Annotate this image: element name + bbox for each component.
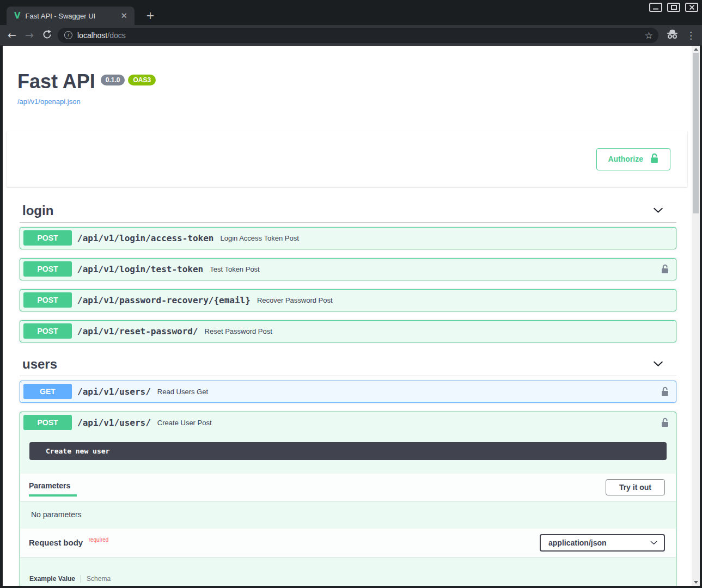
media-type-select[interactable]: application/json (540, 534, 665, 552)
request-body-header: Request body required application/json (20, 529, 676, 557)
no-parameters-text: No parameters (20, 501, 676, 529)
auth-lock-icon[interactable] (661, 417, 669, 428)
tag-title: login (22, 203, 53, 218)
tab-divider (81, 575, 81, 583)
browser-window: V Fast API - Swagger UI ✕ + ← → i localh… (0, 0, 702, 588)
media-type-value: application/json (548, 538, 607, 547)
method-badge: POST (23, 323, 72, 339)
scroll-down-arrow[interactable] (694, 581, 698, 584)
operation-summary: Reset Password Post (205, 327, 272, 335)
unlock-icon (650, 152, 659, 166)
tab-close-icon[interactable]: ✕ (118, 10, 130, 21)
operation-summary-row[interactable]: POST /api/v1/users/ Create User Post (20, 412, 676, 433)
auth-lock-icon[interactable] (661, 264, 669, 275)
page-title: Fast API (17, 71, 95, 93)
new-tab-button[interactable]: + (142, 9, 158, 22)
operations-list: login POST /api/v1/login/access-token Lo… (3, 203, 692, 586)
oas3-badge: OAS3 (128, 75, 156, 85)
back-button[interactable]: ← (5, 30, 19, 40)
forward-button[interactable]: → (23, 30, 36, 40)
operation-path: /api/v1/reset-password/ (77, 326, 198, 336)
try-it-out-button[interactable]: Try it out (606, 479, 665, 495)
operation-path: /api/v1/users/ (77, 387, 151, 397)
operation-description: Create new user (29, 442, 667, 460)
url-path: /docs (107, 31, 125, 40)
page-scrollbar[interactable] (692, 46, 700, 586)
chevron-down-icon[interactable] (653, 359, 663, 369)
chevron-down-icon (650, 541, 657, 545)
close-button[interactable] (685, 3, 698, 12)
chevron-down-icon[interactable] (653, 206, 663, 216)
bookmark-star-icon[interactable]: ☆ (645, 30, 653, 41)
operation-path: /api/v1/login/access-token (77, 233, 213, 243)
swagger-page: Fast API 0.1.0 OAS3 /api/v1/openapi.json… (3, 46, 692, 586)
method-badge: POST (23, 261, 72, 277)
method-badge: POST (23, 292, 72, 308)
example-value-tab[interactable]: Example Value (29, 575, 75, 583)
operation-row-login-test-token[interactable]: POST /api/v1/login/test-token Test Token… (20, 258, 676, 280)
url-host: localhost (77, 31, 107, 40)
tag-title: users (22, 357, 57, 372)
operation-row-reset-password[interactable]: POST /api/v1/reset-password/ Reset Passw… (20, 320, 676, 342)
method-badge: GET (23, 384, 72, 399)
operation-summary: Create User Post (157, 419, 212, 427)
url-bar[interactable]: i localhost/docs ☆ (58, 28, 658, 43)
site-info-icon[interactable]: i (64, 31, 72, 39)
authorize-button[interactable]: Authorize (596, 148, 670, 170)
operation-row-password-recovery[interactable]: POST /api/v1/password-recovery/{email} R… (20, 289, 676, 311)
operation-summary: Read Users Get (157, 388, 208, 396)
reload-button[interactable] (40, 30, 53, 41)
operation-path: /api/v1/login/test-token (77, 264, 203, 274)
tag-header-login[interactable]: login (20, 203, 676, 223)
operation-body: Create new user Parameters Try it out No… (20, 442, 676, 586)
minimize-button[interactable] (649, 3, 662, 12)
authorize-label: Authorize (608, 155, 643, 163)
model-example-section: Example Value Schema { (20, 557, 676, 586)
window-controls (649, 3, 698, 12)
method-badge: POST (23, 230, 72, 246)
request-body-label: Request body (29, 538, 83, 547)
schema-tab[interactable]: Schema (87, 575, 111, 583)
operation-row-create-user: POST /api/v1/users/ Create User Post Cre… (20, 412, 676, 586)
operation-summary: Login Access Token Post (220, 234, 298, 242)
browser-toolbar: ← → i localhost/docs ☆ ⋮ (0, 25, 702, 46)
url-text[interactable]: localhost/docs (77, 31, 126, 40)
browser-menu-icon[interactable]: ⋮ (686, 30, 695, 41)
tag-header-users[interactable]: users (20, 357, 676, 376)
page-area: Fast API 0.1.0 OAS3 /api/v1/openapi.json… (0, 46, 702, 588)
version-badge: 0.1.0 (101, 75, 125, 85)
parameters-header: Parameters Try it out (20, 474, 676, 501)
operation-path: /api/v1/users/ (77, 418, 151, 428)
operation-summary: Test Token Post (210, 265, 260, 273)
operation-path: /api/v1/password-recovery/{email} (77, 295, 251, 305)
auth-lock-icon[interactable] (661, 386, 669, 397)
incognito-icon (666, 29, 679, 41)
maximize-button[interactable] (667, 3, 680, 12)
operation-row-read-users[interactable]: GET /api/v1/users/ Read Users Get (20, 381, 676, 403)
operation-row-login-access-token[interactable]: POST /api/v1/login/access-token Login Ac… (20, 227, 676, 249)
openapi-spec-link[interactable]: /api/v1/openapi.json (17, 97, 81, 106)
swagger-favicon-icon: V (14, 12, 21, 20)
tab-title: Fast API - Swagger UI (26, 12, 118, 20)
method-badge: POST (23, 415, 72, 430)
scrollbar-thumb[interactable] (693, 53, 699, 213)
operation-summary: Recover Password Post (257, 296, 333, 304)
browser-titlebar: V Fast API - Swagger UI ✕ + (0, 0, 702, 25)
api-info-section: Fast API 0.1.0 OAS3 /api/v1/openapi.json (17, 71, 692, 106)
required-badge: required (89, 537, 109, 543)
scroll-up-arrow[interactable] (694, 48, 698, 51)
parameters-tab[interactable]: Parameters (29, 478, 77, 497)
scheme-container: Authorize (7, 131, 687, 187)
browser-tab[interactable]: V Fast API - Swagger UI ✕ (7, 7, 135, 25)
